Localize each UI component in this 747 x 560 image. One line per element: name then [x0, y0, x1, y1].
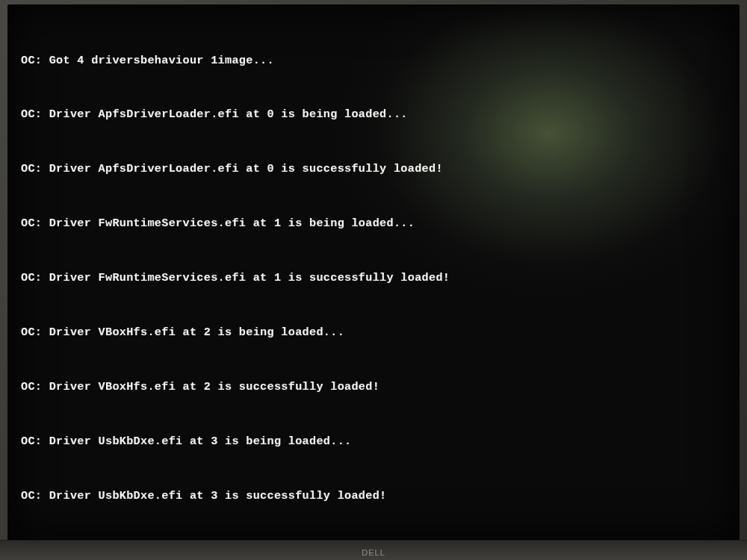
log-line: OC: Driver VBoxHfs.efi at 2 is being loa… — [21, 323, 726, 341]
log-line: OC: Got 4 driversbehaviour 1image... — [21, 52, 726, 69]
monitor-frame: OC: Got 4 driversbehaviour 1image... OC:… — [0, 0, 747, 560]
screen-area: OC: Got 4 driversbehaviour 1image... OC:… — [7, 4, 740, 541]
monitor-brand-logo: DELL — [362, 548, 385, 557]
log-line: OC: Driver VBoxHfs.efi at 2 is successfu… — [21, 378, 726, 396]
log-line: OC: Driver ApfsDriverLoader.efi at 0 is … — [21, 160, 726, 178]
boot-console: OC: Got 4 driversbehaviour 1image... OC:… — [21, 15, 726, 560]
log-line: OC: Driver FwRuntimeServices.efi at 1 is… — [21, 214, 726, 232]
log-line: OC: Driver FwRuntimeServices.efi at 1 is… — [21, 269, 726, 287]
log-line: OC: Driver ApfsDriverLoader.efi at 0 is … — [21, 105, 726, 123]
monitor-bezel: DELL — [0, 540, 747, 560]
log-line: OC: Driver UsbKbDxe.efi at 3 is being lo… — [21, 432, 726, 450]
log-line: OC: Driver UsbKbDxe.efi at 3 is successf… — [21, 487, 726, 505]
